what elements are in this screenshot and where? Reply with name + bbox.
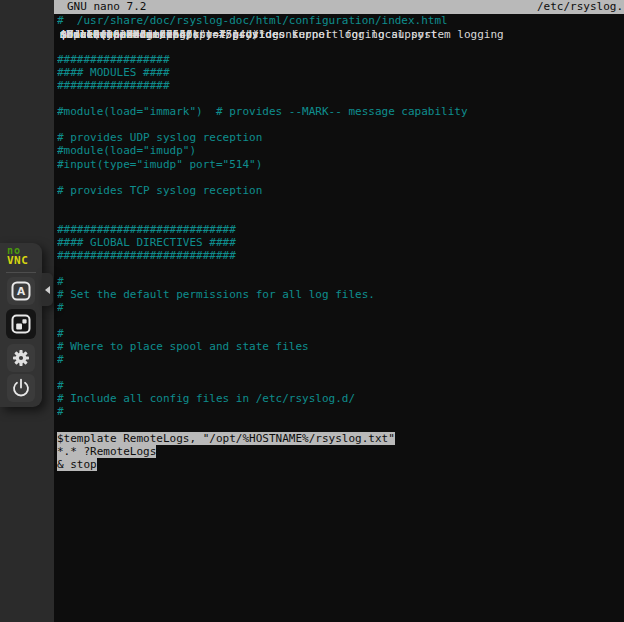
editor-line <box>57 418 624 431</box>
editor-line: # <box>57 327 624 340</box>
editor-line <box>57 366 624 379</box>
editor-line: #### GLOBAL DIRECTIVES #### <box>57 236 624 249</box>
novnc-logo: no VNC <box>7 246 28 266</box>
editor-line <box>57 92 624 105</box>
editor-line: #input(type="imudp" port="514") <box>57 158 624 171</box>
editor-line: ########################### <box>57 223 624 236</box>
power-icon <box>9 376 33 400</box>
editor-line: $IncludeConfig /etc/rsyslog.d/*.conf <box>60 28 624 41</box>
editor-content: # /usr/share/doc/rsyslog-doc/html/config… <box>57 14 624 622</box>
editor-line: #### MODULES #### <box>57 66 624 79</box>
editor-line <box>57 314 624 327</box>
editor-line: #module(load="imudp") <box>57 144 624 157</box>
vnc-screen: GNU nano 7.2 /etc/rsyslog. # /usr/share/… <box>0 0 624 622</box>
nano-titlebar: GNU nano 7.2 /etc/rsyslog. <box>54 0 624 14</box>
editor-line: $template RemoteLogs, "/opt/%HOSTNAME%/r… <box>57 432 624 445</box>
settings-button[interactable] <box>7 344 35 372</box>
editor-line: ################# <box>57 53 624 66</box>
editor-line: # /usr/share/doc/rsyslog-doc/html/config… <box>57 14 624 27</box>
svg-text:A: A <box>17 285 26 297</box>
editor-line: # <box>57 405 624 418</box>
collapse-arrow-icon <box>45 286 50 294</box>
fullscreen-icon <box>9 312 33 336</box>
editor-line <box>57 118 624 131</box>
nano-file-path: /etc/rsyslog. <box>537 0 624 14</box>
editor-line: # provides UDP syslog reception <box>57 131 624 144</box>
editor-line: #module(load="immark") # provides --MARK… <box>57 105 624 118</box>
terminal-canvas[interactable]: GNU nano 7.2 /etc/rsyslog. # /usr/share/… <box>54 0 624 622</box>
vnc-toolbar: no VNC A <box>0 243 42 407</box>
a-key-icon: A <box>9 279 33 303</box>
toolbar-divider <box>6 272 36 273</box>
fullscreen-button[interactable] <box>6 309 36 339</box>
editor-line <box>57 171 624 184</box>
editor-line: # Where to place spool and state files <box>57 340 624 353</box>
nano-app-title: GNU nano 7.2 <box>67 0 146 14</box>
power-button[interactable] <box>7 374 35 402</box>
editor-line <box>57 262 624 275</box>
editor-line: *.* ?RemoteLogs <box>57 445 624 458</box>
editor-line: ################# <box>57 79 624 92</box>
editor-line <box>57 210 624 223</box>
editor-line: # Set the default permissions for all lo… <box>57 288 624 301</box>
editor-line: # provides TCP syslog reception <box>57 184 624 197</box>
editor-line <box>57 197 624 210</box>
editor-line: & stop <box>57 458 624 471</box>
editor-line: ########################### <box>57 249 624 262</box>
novnc-logo-bottom: VNC <box>7 255 28 266</box>
editor-line: # Include all config files in /etc/rsysl… <box>57 392 624 405</box>
keyboard-button[interactable]: A <box>7 277 35 305</box>
editor-line: # <box>57 379 624 392</box>
editor-line: # <box>57 275 624 288</box>
editor-line <box>57 40 624 53</box>
editor-line: # <box>57 301 624 314</box>
toolbar-handle[interactable] <box>42 273 53 306</box>
editor-line: # <box>57 353 624 366</box>
gear-icon <box>9 346 33 370</box>
